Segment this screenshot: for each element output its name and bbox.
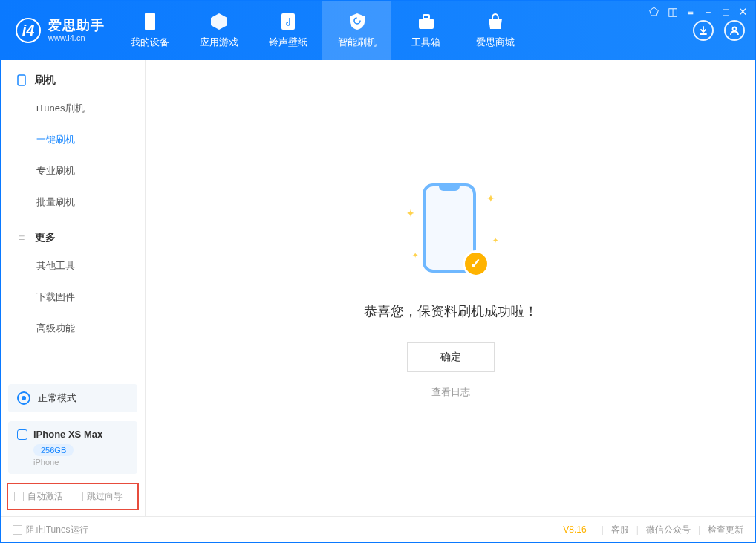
toolbox-icon xyxy=(417,12,436,31)
skin-icon[interactable]: ◫ xyxy=(668,5,678,19)
mode-icon xyxy=(17,391,30,405)
music-icon xyxy=(278,12,298,31)
sidebar-heading-flash: 刷机 xyxy=(1,74,145,93)
sidebar-section-more: ≡ 更多 其他工具 下载固件 高级功能 xyxy=(1,218,145,344)
download-icon[interactable] xyxy=(693,20,714,41)
check-badge-icon: ✓ xyxy=(463,250,489,277)
success-illustration: ✦ ✦ ✦ ✦ ✓ xyxy=(399,178,503,282)
svg-rect-6 xyxy=(18,75,25,85)
cube-icon xyxy=(209,12,229,31)
sidebar-section-flash: 刷机 iTunes刷机 一键刷机 专业刷机 批量刷机 xyxy=(1,60,145,218)
sidebar-item-download-fw[interactable]: 下载固件 xyxy=(1,282,145,313)
checkbox-block-itunes[interactable]: 阻止iTunes运行 xyxy=(13,524,88,536)
header-bar: ⬠ ◫ ≡ － □ ✕ i4 爱思助手 www.i4.cn 我的设备 应用游戏 xyxy=(1,1,755,60)
logo-area: i4 爱思助手 www.i4.cn xyxy=(1,18,115,44)
svg-rect-4 xyxy=(423,15,429,19)
sidebar-item-batch-flash[interactable]: 批量刷机 xyxy=(1,186,145,218)
svg-rect-0 xyxy=(145,13,155,30)
device-storage-badge: 256GB xyxy=(33,444,74,456)
checkbox-icon xyxy=(14,492,24,501)
sparkle-icon: ✦ xyxy=(486,192,495,204)
device-type: iPhone xyxy=(33,458,128,466)
sparkle-icon: ✦ xyxy=(406,207,415,219)
device-mode-card[interactable]: 正常模式 xyxy=(8,384,137,412)
menu-icon[interactable]: ≡ xyxy=(687,5,694,19)
checkbox-icon xyxy=(13,525,22,535)
success-message: 恭喜您，保资料刷机成功啦！ xyxy=(364,302,538,320)
footer-link-update[interactable]: 检查更新 xyxy=(708,524,743,536)
sidebar-item-pro-flash[interactable]: 专业刷机 xyxy=(1,155,145,186)
footer-bar: 阻止iTunes运行 V8.16 | 客服 | 微信公众号 | 检查更新 xyxy=(1,516,755,542)
tab-ringtones[interactable]: 铃声壁纸 xyxy=(253,1,322,60)
shield-icon xyxy=(348,12,367,31)
checkbox-skip-guide[interactable]: 跳过向导 xyxy=(74,490,123,503)
window-controls: ⬠ ◫ ≡ － □ ✕ xyxy=(649,5,748,19)
app-window: ⬠ ◫ ≡ － □ ✕ i4 爱思助手 www.i4.cn 我的设备 应用游戏 xyxy=(0,0,756,543)
phone-icon xyxy=(16,74,27,86)
body: 刷机 iTunes刷机 一键刷机 专业刷机 批量刷机 ≡ 更多 其他工具 下载固… xyxy=(1,60,755,516)
sidebar-item-advanced[interactable]: 高级功能 xyxy=(1,313,145,344)
device-phone-icon xyxy=(17,429,27,440)
footer-right: V8.16 | 客服 | 微信公众号 | 检查更新 xyxy=(563,524,743,536)
sidebar-item-oneclick-flash[interactable]: 一键刷机 xyxy=(1,124,145,155)
store-icon xyxy=(486,12,505,31)
main-content: ✦ ✦ ✦ ✦ ✓ 恭喜您，保资料刷机成功啦！ 确定 查看日志 xyxy=(146,60,755,516)
footer-link-wechat[interactable]: 微信公众号 xyxy=(646,524,691,536)
logo-badge-icon: i4 xyxy=(16,18,41,43)
sidebar-item-other-tools[interactable]: 其他工具 xyxy=(1,250,145,282)
header-tabs: 我的设备 应用游戏 铃声壁纸 智能刷机 工具箱 爱思商城 xyxy=(115,1,529,60)
tab-store[interactable]: 爱思商城 xyxy=(460,1,529,60)
device-icon xyxy=(140,12,160,31)
app-subtitle: www.i4.cn xyxy=(48,33,105,43)
header-actions xyxy=(693,20,755,41)
minimize-icon[interactable]: － xyxy=(703,5,714,19)
tab-apps[interactable]: 应用游戏 xyxy=(184,1,253,60)
tab-toolbox[interactable]: 工具箱 xyxy=(391,1,460,60)
close-icon[interactable]: ✕ xyxy=(738,5,748,19)
highlighted-options: 自动激活 跳过向导 xyxy=(7,483,139,510)
feedback-icon[interactable]: ⬠ xyxy=(649,5,659,19)
device-card[interactable]: iPhone XS Max 256GB iPhone xyxy=(8,421,137,474)
view-log-link[interactable]: 查看日志 xyxy=(431,386,470,399)
footer-link-support[interactable]: 客服 xyxy=(611,524,629,536)
ok-button[interactable]: 确定 xyxy=(407,342,495,372)
device-panel: 正常模式 iPhone XS Max 256GB iPhone xyxy=(8,384,137,474)
sidebar-heading-more: ≡ 更多 xyxy=(1,231,145,250)
maximize-icon[interactable]: □ xyxy=(723,5,729,19)
version-label: V8.16 xyxy=(563,524,586,535)
sparkle-icon: ✦ xyxy=(492,236,498,244)
list-icon: ≡ xyxy=(16,232,27,244)
app-title: 爱思助手 xyxy=(48,18,105,34)
sidebar: 刷机 iTunes刷机 一键刷机 专业刷机 批量刷机 ≡ 更多 其他工具 下载固… xyxy=(1,60,146,516)
user-icon[interactable] xyxy=(724,20,745,41)
svg-rect-3 xyxy=(419,19,434,29)
tab-flash[interactable]: 智能刷机 xyxy=(322,1,391,60)
checkbox-auto-activate[interactable]: 自动激活 xyxy=(14,490,63,503)
tab-my-device[interactable]: 我的设备 xyxy=(115,1,184,60)
device-name: iPhone XS Max xyxy=(17,429,128,440)
sidebar-item-itunes-flash[interactable]: iTunes刷机 xyxy=(1,93,145,124)
svg-rect-1 xyxy=(281,13,295,30)
svg-point-5 xyxy=(733,27,737,31)
sparkle-icon: ✦ xyxy=(412,251,418,259)
checkbox-icon xyxy=(74,492,83,501)
